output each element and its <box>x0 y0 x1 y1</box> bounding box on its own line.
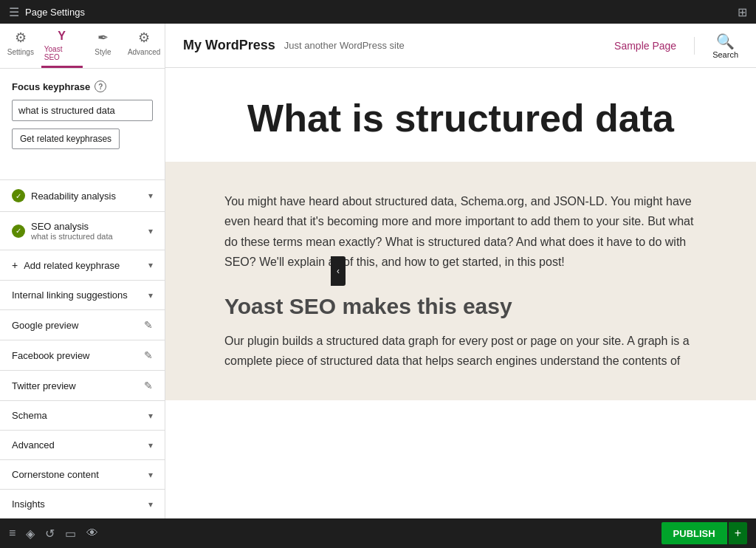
add-keyphrase-title: Add related keyphrase <box>24 260 120 271</box>
cornerstone-chevron-icon: ▾ <box>148 470 153 480</box>
accordion-internal-linking: Internal linking suggestions ▾ <box>0 280 165 309</box>
advanced-tab-label: Advanced <box>128 48 160 56</box>
schema-title: Schema <box>12 410 47 421</box>
wp-nav: Sample Page 🔍 Search <box>614 32 738 59</box>
accordion-facebook-preview-header[interactable]: Facebook preview ✎ <box>0 340 165 370</box>
insights-chevron-icon: ▾ <box>148 499 153 510</box>
sample-page-link[interactable]: Sample Page <box>614 40 676 52</box>
tab-advanced[interactable]: ⚙ Advanced <box>123 24 165 68</box>
get-related-keyphrases-button[interactable]: Get related keyphrases <box>12 129 120 149</box>
schema-chevron-icon: ▾ <box>148 411 153 421</box>
accordion-seo-analysis: ✓ SEO analysis what is structured data ▾ <box>0 211 165 250</box>
hamburger-icon[interactable]: ≡ <box>9 527 16 540</box>
keyphrase-input[interactable] <box>12 100 153 121</box>
seo-title-group: SEO analysis what is structured data <box>31 221 113 241</box>
yoast-tab-label: Yoast SEO <box>44 45 80 61</box>
settings-tab-icon: ⚙ <box>15 30 27 46</box>
advanced-chevron-icon: ▾ <box>148 440 153 451</box>
internal-linking-chevron-icon: ▾ <box>148 290 153 301</box>
help-icon[interactable]: ? <box>94 81 106 92</box>
top-bar: ☰ Page Settings ⊞ <box>0 0 756 24</box>
add-keyphrase-plus-icon: + <box>12 259 18 271</box>
body-paragraph-2: Our plugin builds a structured data grap… <box>224 331 697 371</box>
advanced-accordion-title: Advanced <box>12 439 55 451</box>
wp-site-info: My WordPress Just another WordPress site <box>183 38 405 53</box>
facebook-preview-edit-icon[interactable]: ✎ <box>144 349 153 361</box>
add-keyphrase-chevron-icon: ▾ <box>148 260 153 270</box>
accordion-google-preview: Google preview ✎ <box>0 309 165 340</box>
nav-divider <box>694 37 695 55</box>
readability-chevron-icon: ▾ <box>148 191 153 201</box>
accordion-readability-left: ✓ Readability analysis <box>12 189 116 202</box>
visibility-icon[interactable]: 👁 <box>86 527 98 540</box>
wp-header: My WordPress Just another WordPress site… <box>165 24 756 68</box>
accordion-seo-left: ✓ SEO analysis what is structured data <box>12 221 113 241</box>
focus-keyphrase-label: Focus keyphrase <box>12 81 90 92</box>
focus-keyphrase-title: Focus keyphrase ? <box>12 81 153 92</box>
page-title-section: What is structured data <box>165 68 756 162</box>
google-preview-edit-icon[interactable]: ✎ <box>144 319 153 331</box>
seo-title: SEO analysis <box>31 221 89 232</box>
accordion-add-keyphrase: + Add related keyphrase ▾ <box>0 250 165 280</box>
focus-keyphrase-section: Focus keyphrase ? Get related keyphrases <box>12 81 153 149</box>
publish-plus-button[interactable]: + <box>729 522 747 544</box>
accordion-readability: ✓ Readability analysis ▾ <box>0 179 165 211</box>
accordion-cornerstone-header[interactable]: Cornerstone content ▾ <box>0 460 165 489</box>
accordion-facebook-preview: Facebook preview ✎ <box>0 340 165 370</box>
accordion-twitter-preview: Twitter preview ✎ <box>0 370 165 400</box>
main-layout: ⚙ Settings Y Yoast SEO ✒ Style ⚙ Advance… <box>0 24 756 518</box>
publish-button[interactable]: PUBLISH <box>662 522 727 544</box>
accordion-cornerstone: Cornerstone content ▾ <box>0 459 165 489</box>
accordion-schema-header[interactable]: Schema ▾ <box>0 401 165 430</box>
grid-icon[interactable]: ⊞ <box>738 5 747 19</box>
accordion-seo-header[interactable]: ✓ SEO analysis what is structured data ▾ <box>0 212 165 250</box>
seo-chevron-icon: ▾ <box>148 226 153 236</box>
menu-icon[interactable]: ☰ <box>9 5 19 19</box>
search-icon: 🔍 <box>716 32 735 50</box>
top-bar-left: ☰ Page Settings <box>9 5 85 19</box>
undo-icon[interactable]: ↺ <box>45 527 55 541</box>
readability-title: Readability analysis <box>31 191 116 202</box>
twitter-preview-title: Twitter preview <box>12 380 76 391</box>
style-tab-icon: ✒ <box>97 30 109 46</box>
accordion-advanced: Advanced ▾ <box>0 430 165 459</box>
advanced-tab-icon: ⚙ <box>138 30 150 46</box>
bottom-icons: ≡ ◈ ↺ ▭ 👁 <box>9 527 98 541</box>
accordion-google-preview-header[interactable]: Google preview ✎ <box>0 310 165 340</box>
twitter-preview-edit-icon[interactable]: ✎ <box>144 380 153 391</box>
wp-site-tagline: Just another WordPress site <box>284 40 405 51</box>
accordion-list: ✓ Readability analysis ▾ ✓ SEO analysis … <box>0 179 165 518</box>
accordion-twitter-preview-header[interactable]: Twitter preview ✎ <box>0 371 165 400</box>
bottom-bar: ≡ ◈ ↺ ▭ 👁 PUBLISH + <box>0 518 756 548</box>
page-body: You might have heard about structured da… <box>165 162 756 400</box>
layers-icon[interactable]: ◈ <box>26 527 35 541</box>
accordion-internal-linking-header[interactable]: Internal linking suggestions ▾ <box>0 281 165 309</box>
page-title: What is structured data <box>224 97 697 140</box>
wp-site-name: My WordPress <box>183 38 275 53</box>
preview-rect-icon[interactable]: ▭ <box>65 527 76 541</box>
accordion-advanced-header[interactable]: Advanced ▾ <box>0 431 165 459</box>
body-subheading: Yoast SEO makes this easy <box>224 294 697 319</box>
accordion-readability-header[interactable]: ✓ Readability analysis ▾ <box>0 180 165 211</box>
collapse-sidebar-toggle[interactable]: ‹ <box>331 256 346 286</box>
tab-settings[interactable]: ⚙ Settings <box>0 24 41 68</box>
tab-style[interactable]: ✒ Style <box>83 24 124 68</box>
accordion-schema: Schema ▾ <box>0 400 165 430</box>
accordion-insights-header[interactable]: Insights ▾ <box>0 490 165 518</box>
sidebar-content: Focus keyphrase ? Get related keyphrases <box>0 69 165 179</box>
accordion-insights: Insights ▾ <box>0 489 165 518</box>
readability-status-icon: ✓ <box>12 189 25 202</box>
google-preview-title: Google preview <box>12 320 78 331</box>
internal-linking-title: Internal linking suggestions <box>12 290 128 301</box>
sidebar-tabs: ⚙ Settings Y Yoast SEO ✒ Style ⚙ Advance… <box>0 24 165 69</box>
seo-status-icon: ✓ <box>12 225 25 238</box>
accordion-add-keyphrase-left: + Add related keyphrase <box>12 259 120 271</box>
search-button[interactable]: 🔍 Search <box>712 32 738 59</box>
top-bar-title: Page Settings <box>25 7 85 18</box>
accordion-add-keyphrase-header[interactable]: + Add related keyphrase ▾ <box>0 250 165 280</box>
page-content: What is structured data You might have h… <box>165 68 756 518</box>
style-tab-label: Style <box>94 48 111 56</box>
tab-yoast-seo[interactable]: Y Yoast SEO <box>41 24 83 68</box>
search-label: Search <box>712 50 738 59</box>
settings-tab-label: Settings <box>7 48 34 56</box>
